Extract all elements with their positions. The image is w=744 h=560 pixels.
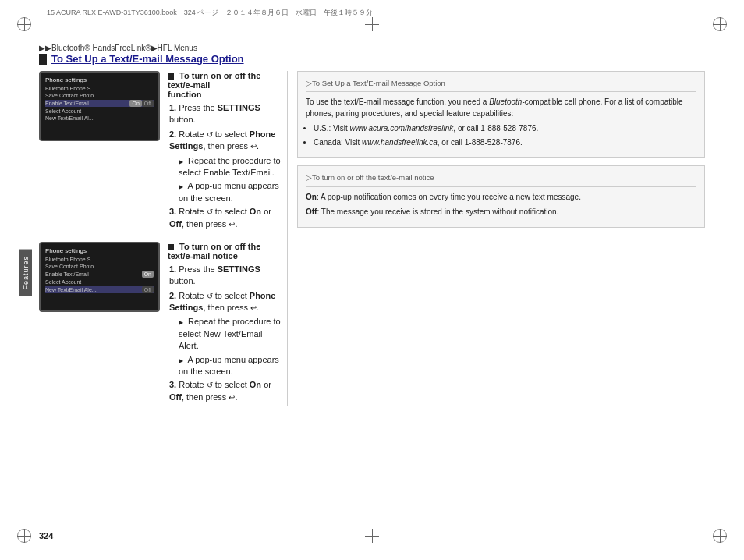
crosshair-br — [713, 529, 727, 543]
steps-1: 1. Press the SETTINGS button. 2. Rotate … — [168, 102, 281, 230]
crosshair-bl — [17, 529, 31, 543]
section-title: To Set Up a Text/E-mail Message Option — [51, 53, 244, 65]
arrow-item-2-2: A pop-up menu appears on the screen. — [169, 354, 281, 378]
screen-title-2: Phone settings — [45, 247, 154, 254]
bullet-icon-1 — [168, 73, 174, 80]
instructions-1: To turn on or off the text/e-mailfunctio… — [168, 71, 281, 232]
list-item-us: U.S.: Visit www.acura.com/handsfreelink,… — [314, 122, 696, 134]
info-box-2-off: Off: The message you receive is stored i… — [306, 206, 696, 218]
left-column: Phone settings Bluetooth Phone S... Save… — [39, 71, 281, 406]
screen-row-4: Select Account — [45, 108, 154, 114]
screen-mockup-1: Phone settings Bluetooth Phone S... Save… — [39, 71, 160, 141]
crosshair-tc — [365, 17, 379, 31]
instruction-heading-2: To turn on or off the text/e-mail notice — [168, 242, 281, 261]
instruction-heading-1: To turn on or off the text/e-mailfunctio… — [168, 71, 281, 99]
screen-row-5: New Text/Email Al... — [45, 115, 154, 121]
info-box-1-text: To use the text/E-mail message function,… — [306, 96, 696, 119]
info-box-2-title: ▷To turn on or off the text/e-mail notic… — [306, 172, 696, 186]
crosshair-tl — [17, 17, 31, 31]
info-box-1-title: ▷To Set Up a Text/E-mail Message Option — [306, 78, 696, 92]
info-box-1-list: U.S.: Visit www.acura.com/handsfreelink,… — [306, 122, 696, 148]
screen-title-1: Phone settings — [45, 76, 154, 83]
arrow-item-1-1: Repeat the procedure to select Enable Te… — [169, 155, 281, 179]
screen2-row-2: Save Contact Photo — [45, 264, 154, 269]
screen-row-3-highlight: Enable Text/Email On Off — [45, 100, 154, 107]
screen2-row-4: Select Account — [45, 279, 154, 285]
screen2-row-1: Bluetooth Phone S... — [45, 257, 154, 262]
info-box-2-on: On: A pop-up notification comes on every… — [306, 191, 696, 203]
screen-row-2: Save Contact Photo — [45, 93, 154, 98]
screen2-row-5-highlight: New Text/Email Ale... Off — [45, 286, 154, 293]
info-box-2: ▷To turn on or off the text/e-mail notic… — [297, 165, 705, 227]
arrow-item-2-1: Repeat the procedure to select New Text/… — [169, 316, 281, 352]
step-1-1: 1. Press the SETTINGS button. — [169, 102, 281, 126]
right-column: ▷To Set Up a Text/E-mail Message Option … — [287, 71, 705, 406]
crosshair-tr — [713, 17, 727, 31]
two-column-layout: Phone settings Bluetooth Phone S... Save… — [39, 71, 705, 406]
section-header: To Set Up a Text/E-mail Message Option — [39, 53, 705, 65]
step-1-2: 2. Rotate ↺ to select Phone Settings, th… — [169, 129, 281, 153]
screen2-row-3: Enable Text/Email On — [45, 271, 154, 278]
step-2-2: 2. Rotate ↺ to select Phone Settings, th… — [169, 290, 281, 314]
step-1-3: 3. Rotate ↺ to select On or Off, then pr… — [169, 206, 281, 230]
features-sidebar-tab: Features — [19, 250, 32, 296]
list-item-canada: Canada: Visit www.handsfreelink.ca, or c… — [314, 136, 696, 148]
steps-2: 1. Press the SETTINGS button. 2. Rotate … — [168, 264, 281, 403]
step-2-1: 1. Press the SETTINGS button. — [169, 264, 281, 288]
instructions-2: To turn on or off the text/e-mail notice… — [168, 242, 281, 406]
page-number: 324 — [39, 531, 53, 541]
section-bar-icon — [39, 54, 47, 65]
bullet-icon-2 — [168, 244, 174, 250]
screen-mockup-2: Phone settings Bluetooth Phone S... Save… — [39, 242, 160, 312]
main-content: To Set Up a Text/E-mail Message Option P… — [39, 53, 705, 525]
subsection-1: Phone settings Bluetooth Phone S... Save… — [39, 71, 281, 232]
info-box-1: ▷To Set Up a Text/E-mail Message Option … — [297, 71, 705, 158]
arrow-item-1-2: A pop-up menu appears on the screen. — [169, 180, 281, 204]
subsection-2: Phone settings Bluetooth Phone S... Save… — [39, 242, 281, 406]
crosshair-bc — [365, 529, 379, 543]
step-2-3: 3. Rotate ↺ to select On or Off, then pr… — [169, 379, 281, 403]
screen-row-1: Bluetooth Phone S... — [45, 86, 154, 91]
